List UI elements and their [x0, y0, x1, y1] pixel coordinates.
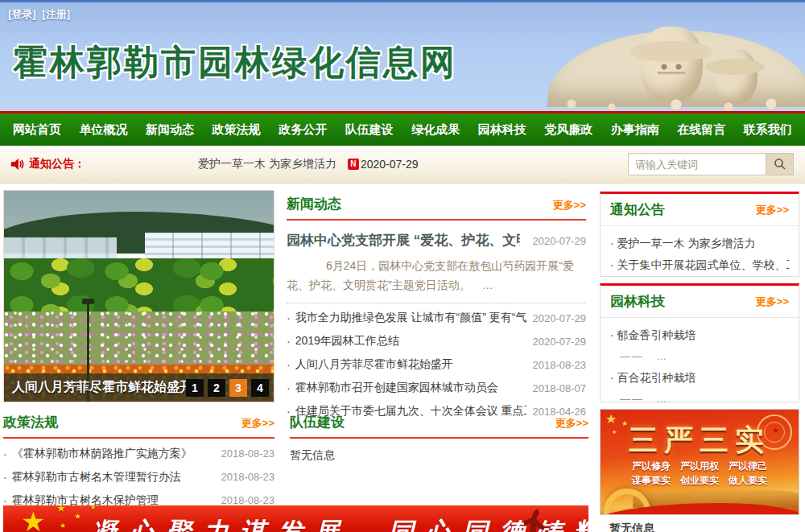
- notice-label: 通知公告：: [29, 157, 85, 171]
- news-list-item[interactable]: · 霍林郭勒市召开创建国家园林城市动员会 2018-08-07: [287, 377, 586, 400]
- team-section: 队伍建设 更多>> 暂无信息: [290, 413, 588, 463]
- featured-news-summary: 6月24日，园林中心党支部在敖包山芍药园开展“爱花、护花、文明赏花”主题党日活动…: [287, 257, 586, 295]
- policy-item-text: 《霍林郭勒市林荫路推广实施方案》: [12, 447, 215, 461]
- policy-more-link[interactable]: 更多>>: [242, 416, 275, 431]
- promo-banner-title: 三严三实: [601, 421, 799, 460]
- news-item-text: 2019年园林工作总结: [295, 334, 526, 348]
- star-icon: ★: [74, 512, 81, 521]
- bullet-icon: ·: [287, 311, 291, 324]
- search-input[interactable]: [628, 153, 766, 175]
- genghis-khan-statues-image: [555, 2, 805, 111]
- banner-calligraphy-text: 凝心聚力谋发展 同心同德铸辉煌: [92, 515, 588, 532]
- nav-item-team[interactable]: 队伍建设: [345, 122, 394, 138]
- tech-box-item-sub: —— …: [610, 389, 789, 410]
- bullet-icon: ·: [287, 358, 291, 371]
- bullet-icon: ·: [287, 381, 291, 394]
- featured-news-link[interactable]: 园林中心党支部开展 “爱花、护花、文明…: [287, 231, 520, 250]
- notice-box-item[interactable]: · 关于集中开展花园式单位、学校、工厂...: [610, 254, 789, 276]
- policy-list: · 《霍林郭勒市林荫路推广实施方案》 2018-08-23 · 霍林郭勒市古树名…: [3, 442, 275, 512]
- notice-item-date: 2020-07-29: [361, 158, 419, 171]
- pager-1[interactable]: 1: [186, 379, 204, 397]
- promo-banner-line1: 严以修身 严以用权 严以律己: [601, 460, 799, 473]
- three-stricts-banner[interactable]: ★ ★ ★ ★ 三严三实 严以修身 严以用权 严以律己 谋事要实 创业要实 做人…: [600, 409, 799, 515]
- bullet-icon: ·: [3, 447, 7, 460]
- sidebar-empty-text: 暂无信息: [609, 522, 654, 532]
- star-icon: ★: [60, 522, 66, 530]
- policy-item-text: 霍林郭勒市古树名木管理暂行办法: [12, 470, 215, 485]
- slider-flower-field: [4, 311, 274, 365]
- news-more-link[interactable]: 更多>>: [553, 198, 586, 212]
- photo-slider[interactable]: 人间八月芳菲尽霍市鲜花始盛开 1 2 3 4: [3, 190, 275, 402]
- news-section-title: 新闻动态: [287, 195, 341, 213]
- tech-box-item[interactable]: · 郁金香引种栽培: [610, 324, 789, 346]
- notice-box-item[interactable]: · 爱护一草一木 为家乡增活力: [610, 233, 789, 254]
- speaker-icon: [10, 157, 24, 171]
- team-empty-text: 暂无信息: [290, 448, 588, 463]
- news-list-item[interactable]: · 2019年园林工作总结 2020-07-29: [287, 330, 586, 353]
- policy-list-item[interactable]: · 《霍林郭勒市林荫路推广实施方案》 2018-08-23: [3, 442, 275, 465]
- star-icon: ★: [21, 505, 45, 532]
- pager-2[interactable]: 2: [208, 379, 225, 397]
- bullet-icon: ·: [3, 471, 7, 484]
- policy-item-date: 2018-08-23: [221, 494, 275, 506]
- search-button[interactable]: [766, 153, 794, 175]
- nav-item-message[interactable]: 在线留言: [677, 122, 725, 138]
- news-item-date: 2020-07-29: [533, 336, 587, 348]
- statue-hill: [555, 97, 805, 111]
- main-nav: 网站首页 单位概况 新闻动态 政策法规 政务公开 队伍建设 绿化成果 园林科技 …: [0, 111, 805, 146]
- nav-item-policy[interactable]: 政策法规: [213, 122, 261, 138]
- tech-box-item-sub: —— …: [610, 346, 789, 367]
- nav-item-home[interactable]: 网站首页: [13, 122, 61, 138]
- policy-section: 政策法规 更多>> · 《霍林郭勒市林荫路推广实施方案》 2018-08-23 …: [3, 413, 275, 512]
- slider-pager: 1 2 3 4: [186, 379, 269, 397]
- auth-links: [登录] [注册]: [8, 7, 73, 22]
- register-link[interactable]: [注册]: [42, 8, 70, 20]
- nav-item-guide[interactable]: 办事指南: [611, 122, 659, 138]
- tech-box-item[interactable]: · 百合花引种栽培: [610, 367, 789, 389]
- nav-item-greening[interactable]: 绿化成果: [411, 122, 460, 138]
- team-section-title: 队伍建设: [290, 413, 345, 431]
- search-area: [628, 153, 794, 175]
- dotted-divider: [287, 303, 586, 303]
- pager-4[interactable]: 4: [251, 379, 269, 397]
- notice-bar: 通知公告： 爱护一草一木 为家乡增活力 N 2020-07-29: [0, 146, 805, 184]
- magnifier-icon: [774, 158, 786, 171]
- news-list-item[interactable]: · 我市全力助推绿色发展 让城市有“颜值” 更有“气质” 2020-07-29: [287, 307, 586, 330]
- bottom-red-banner[interactable]: ★ ★ ★ ★ ★ 凝心聚力谋发展 同心同德铸辉煌: [3, 505, 588, 532]
- news-item-date: 2018-08-07: [533, 382, 587, 394]
- nav-item-contact[interactable]: 联系我们: [744, 122, 792, 138]
- policy-list-item[interactable]: · 霍林郭勒市古树名木管理暂行办法 2018-08-23: [3, 465, 275, 489]
- slider-caption-link[interactable]: 人间八月芳菲尽霍市鲜花始盛开: [12, 379, 192, 396]
- pager-3-active[interactable]: 3: [229, 379, 247, 397]
- tech-box-title: 园林科技: [610, 292, 665, 311]
- policy-divider: [3, 437, 275, 439]
- policy-item-date: 2018-08-23: [221, 471, 275, 483]
- tech-box: 园林科技 更多>> · 郁金香引种栽培 —— … · 百合花引种栽培 —— …: [600, 283, 799, 402]
- notice-box-more-link[interactable]: 更多>>: [756, 203, 789, 217]
- team-divider: [290, 437, 588, 439]
- bullet-icon: ·: [287, 335, 291, 348]
- team-more-link[interactable]: 更多>>: [555, 416, 588, 431]
- slider-trees: [4, 258, 274, 315]
- featured-news-date: 2020-07-29: [533, 235, 587, 247]
- login-link[interactable]: [登录]: [8, 8, 36, 20]
- tech-box-more-link[interactable]: 更多>>: [756, 295, 789, 309]
- news-list-item[interactable]: · 人间八月芳菲尽霍市鲜花始盛开 2018-08-23: [287, 353, 586, 377]
- news-list: · 我市全力助推绿色发展 让城市有“颜值” 更有“气质” 2020-07-29 …: [287, 307, 586, 423]
- nav-item-about[interactable]: 单位概况: [80, 122, 128, 138]
- nav-item-party[interactable]: 党风廉政: [544, 122, 592, 138]
- star-icon: ★: [56, 505, 66, 514]
- news-section: 新闻动态 更多>> 园林中心党支部开展 “爱花、护花、文明… 2020-07-2…: [287, 195, 586, 423]
- star-icon: ★: [90, 505, 96, 511]
- news-item-text: 霍林郭勒市召开创建国家园林城市动员会: [295, 381, 526, 395]
- policy-section-title: 政策法规: [3, 413, 58, 431]
- site-header: [登录] [注册] 霍林郭勒市园林绿化信息网: [0, 0, 805, 111]
- nav-item-tech[interactable]: 园林科技: [478, 122, 526, 138]
- nav-item-gov-affairs[interactable]: 政务公开: [279, 122, 327, 138]
- notice-box-title: 通知公告: [610, 200, 665, 219]
- nav-item-news[interactable]: 新闻动态: [146, 122, 194, 138]
- news-item-text: 我市全力助推绿色发展 让城市有“颜值” 更有“气质”: [295, 311, 526, 325]
- policy-item-date: 2018-08-23: [221, 447, 275, 460]
- notice-item-link[interactable]: 爱护一草一木 为家乡增活力: [198, 157, 336, 171]
- promo-banner-line2: 谋事要实 创业要实 做人要实: [601, 474, 799, 488]
